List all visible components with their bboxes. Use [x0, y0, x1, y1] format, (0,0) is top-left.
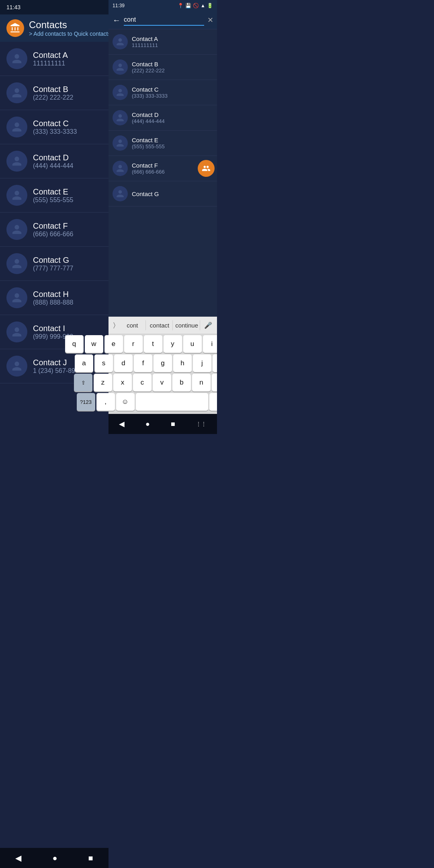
search-status-time: 11:39: [113, 3, 125, 8]
suggestion-cont[interactable]: cont: [119, 320, 146, 330]
nav-recents-button[interactable]: ■: [163, 417, 183, 432]
result-name-b: Contact B: [132, 61, 165, 68]
result-phone-e: (555) 555-555: [132, 143, 165, 149]
key-v[interactable]: v: [153, 374, 171, 391]
result-avatar-f: [113, 161, 128, 176]
contact-name-b: Contact B: [33, 85, 74, 94]
search-result-e[interactable]: Contact E (555) 555-555: [108, 131, 217, 156]
search-result-f[interactable]: Contact F (666) 666-666: [108, 156, 217, 181]
result-info-g: Contact G: [132, 190, 159, 197]
key-space[interactable]: [136, 393, 208, 411]
nav-menu-button[interactable]: ⋮⋮: [188, 418, 215, 430]
contact-name-d: Contact D: [33, 153, 74, 162]
key-emoji[interactable]: ☺: [116, 393, 135, 411]
search-back-button[interactable]: ←: [113, 16, 121, 25]
search-add-contact-fab[interactable]: [198, 160, 215, 177]
mic-icon[interactable]: 🎤: [201, 320, 215, 331]
key-r[interactable]: r: [124, 335, 143, 353]
result-name-a: Contact A: [132, 35, 158, 42]
result-info-c: Contact C (333) 333-3333: [132, 86, 168, 99]
search-disturb-icon: 🚫: [193, 3, 199, 8]
key-h[interactable]: h: [173, 354, 192, 372]
result-name-e: Contact E: [132, 137, 165, 143]
contact-avatar-d: [6, 151, 27, 172]
key-shift[interactable]: ⇧: [74, 374, 92, 391]
key-z[interactable]: z: [94, 374, 112, 391]
nav-home-button[interactable]: ●: [137, 417, 158, 432]
key-comma[interactable]: ,: [96, 393, 115, 411]
search-result-c[interactable]: Contact C (333) 333-3333: [108, 80, 217, 105]
contact-phone-h: (888) 888-888: [33, 299, 74, 306]
result-info-b: Contact B (222) 222-222: [132, 61, 165, 74]
contact-name-j: Contact J: [33, 358, 75, 367]
contact-name-a: Contact A: [33, 51, 68, 60]
suggestion-contact[interactable]: contact: [147, 320, 173, 330]
contact-info-g: Contact G (777) 777-777: [33, 256, 74, 272]
result-avatar-c: [113, 85, 128, 100]
key-period[interactable]: .: [209, 393, 217, 411]
search-result-g[interactable]: Contact G: [108, 181, 217, 207]
contact-phone-a: 111111111: [33, 60, 68, 67]
search-result-a[interactable]: Contact A 111111111: [108, 29, 217, 55]
search-status-icons: 📍 💾 🚫 ▲ 🔋: [178, 3, 213, 8]
keyboard-row-4: ?123 , ☺ .: [109, 393, 216, 411]
key-c[interactable]: c: [133, 374, 151, 391]
result-phone-f: (666) 666-666: [132, 169, 165, 175]
result-name-g: Contact G: [132, 190, 159, 197]
key-s[interactable]: s: [94, 354, 113, 372]
search-overlay: 11:39 📍 💾 🚫 ▲ 🔋 ← ✕ Contact A 111111111: [108, 0, 217, 434]
key-m[interactable]: m: [212, 374, 217, 391]
result-name-d: Contact D: [132, 111, 165, 118]
contact-info-j: Contact J 1 (234) 567-89: [33, 358, 75, 375]
contact-phone-j: 1 (234) 567-89: [33, 367, 75, 375]
header-left: Contacts > Add contacts to Quick contact…: [6, 19, 111, 37]
contact-phone-b: (222) 222-222: [33, 94, 74, 101]
key-q[interactable]: q: [65, 335, 84, 353]
suggestions-arrow[interactable]: 〉: [110, 320, 119, 330]
search-results: Contact A 111111111 Contact B (222) 222-…: [108, 29, 217, 317]
key-t[interactable]: t: [144, 335, 162, 353]
result-info-e: Contact E (555) 555-555: [132, 137, 165, 149]
contact-info-c: Contact C (333) 333-3333: [33, 119, 77, 135]
result-info-a: Contact A 111111111: [132, 35, 158, 48]
search-clear-button[interactable]: ✕: [207, 16, 213, 25]
key-j[interactable]: j: [193, 354, 211, 372]
nav-back-button[interactable]: ◀: [111, 416, 133, 432]
key-e[interactable]: e: [104, 335, 123, 353]
contact-name-h: Contact H: [33, 290, 74, 299]
contact-info-b: Contact B (222) 222-222: [33, 85, 74, 101]
result-phone-d: (444) 444-444: [132, 118, 165, 124]
suggestion-continue[interactable]: continue: [174, 320, 200, 330]
key-y[interactable]: y: [164, 335, 182, 353]
header-text: Contacts > Add contacts to Quick contact…: [29, 19, 111, 37]
search-location-icon: 📍: [178, 3, 184, 8]
key-a[interactable]: a: [75, 354, 93, 372]
key-g[interactable]: g: [154, 354, 172, 372]
contact-name-c: Contact C: [33, 119, 77, 128]
key-k[interactable]: k: [213, 354, 217, 372]
contact-info-e: Contact E (555) 555-555: [33, 187, 74, 204]
key-i[interactable]: i: [203, 335, 217, 353]
result-phone-b: (222) 222-222: [132, 68, 165, 74]
result-name-c: Contact C: [132, 86, 168, 93]
result-info-d: Contact D (444) 444-444: [132, 111, 165, 124]
app-subtitle: > Add contacts to Quick contacts: [29, 31, 111, 37]
key-x[interactable]: x: [113, 374, 132, 391]
search-sim-icon: 💾: [185, 3, 191, 8]
contact-phone-f: (666) 666-666: [33, 231, 74, 238]
search-input[interactable]: [124, 14, 204, 26]
search-bar: ← ✕: [108, 11, 217, 29]
app-title: Contacts: [29, 19, 111, 31]
key-d[interactable]: d: [114, 354, 133, 372]
key-u[interactable]: u: [183, 335, 202, 353]
key-w[interactable]: w: [85, 335, 103, 353]
contact-info-h: Contact H (888) 888-888: [33, 290, 74, 306]
key-n[interactable]: n: [192, 374, 211, 391]
search-result-b[interactable]: Contact B (222) 222-222: [108, 55, 217, 80]
contact-name-f: Contact F: [33, 221, 74, 231]
key-b[interactable]: b: [172, 374, 191, 391]
system-nav-bar: ◀ ● ■ ⋮⋮: [108, 414, 217, 434]
key-symbols[interactable]: ?123: [77, 393, 95, 411]
key-f[interactable]: f: [134, 354, 152, 372]
search-result-d[interactable]: Contact D (444) 444-444: [108, 105, 217, 131]
